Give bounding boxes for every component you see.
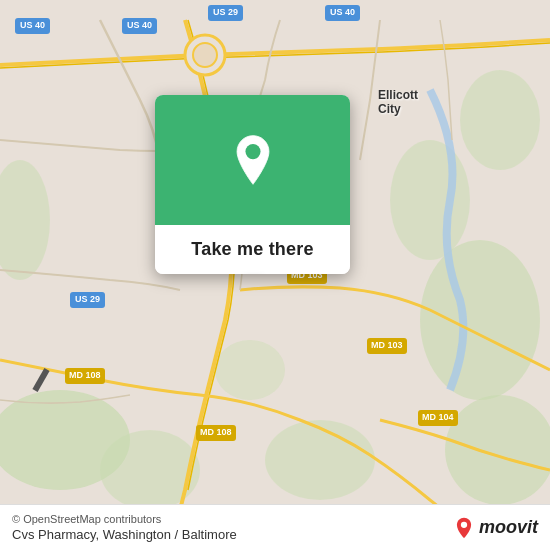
popup-green-area (155, 95, 350, 225)
moovit-pin-icon (453, 517, 475, 539)
svg-point-5 (265, 420, 375, 500)
svg-point-7 (460, 70, 540, 170)
moovit-logo: moovit (453, 517, 538, 539)
svg-point-12 (245, 144, 260, 159)
svg-point-11 (193, 43, 217, 67)
svg-point-3 (390, 140, 470, 260)
location-title: Cvs Pharmacy, Washington / Baltimore (12, 527, 237, 542)
popup-card: Take me there (155, 95, 350, 274)
svg-point-6 (445, 395, 550, 505)
svg-point-2 (420, 240, 540, 400)
take-me-there-button[interactable]: Take me there (155, 225, 350, 274)
svg-point-13 (461, 521, 467, 527)
svg-point-9 (215, 340, 285, 400)
map-container: US 40 US 40 US 40 US 29 US 29 MD 103 MD … (0, 0, 550, 550)
location-pin-icon (227, 134, 279, 186)
bottom-bar: © OpenStreetMap contributors Cvs Pharmac… (0, 504, 550, 550)
map-attribution: © OpenStreetMap contributors (12, 513, 237, 525)
map-background (0, 0, 550, 550)
moovit-brand-text: moovit (479, 517, 538, 538)
